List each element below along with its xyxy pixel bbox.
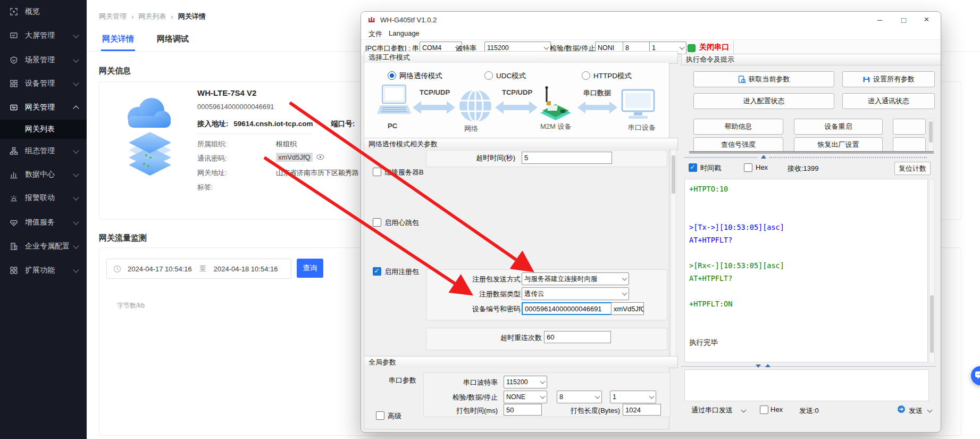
timeout-input[interactable]: 5 bbox=[522, 152, 612, 164]
chevron-down-icon bbox=[73, 147, 79, 153]
close-button[interactable]: × bbox=[915, 12, 939, 28]
breadcrumb-current: 网关详情 bbox=[178, 12, 206, 21]
log-scrollbar[interactable] bbox=[929, 179, 935, 363]
radio-udc-label: UDC模式 bbox=[496, 71, 526, 81]
sidebar-item-gateway-list[interactable]: 网关列表 bbox=[0, 120, 87, 139]
sidebar-item-device[interactable]: 设备管理 bbox=[0, 73, 87, 94]
enter-comm-button[interactable]: 进入通讯状态 bbox=[842, 93, 935, 109]
get-params-button[interactable]: 获取当前参数 bbox=[693, 71, 834, 87]
global-baud-select[interactable]: 115200 bbox=[504, 376, 547, 388]
splitter-dots[interactable] bbox=[769, 157, 927, 158]
network-label: 网络 bbox=[464, 124, 478, 134]
enter-config-button[interactable]: 进入配置状态 bbox=[693, 93, 834, 109]
window-titlebar[interactable]: WH-G405tf V1.0.2 ─ □ × bbox=[361, 12, 941, 28]
sidebar-item-bigscreen[interactable]: 大屏管理 bbox=[0, 25, 87, 46]
link2-label: TCP/UDP bbox=[502, 88, 532, 96]
retry-input[interactable]: 60 bbox=[544, 331, 611, 343]
device-pwd-input[interactable]: xmVd5JfQ bbox=[611, 302, 644, 315]
splitter-line[interactable] bbox=[684, 157, 758, 158]
window-title: WH-G405tf V1.0.2 bbox=[380, 16, 437, 24]
screen: 概览 大屏管理 场景管理 设备管理 网关管理 网关列表 组态管理 bbox=[0, 0, 980, 439]
send-icon bbox=[897, 405, 906, 413]
send-input-area[interactable] bbox=[684, 369, 929, 401]
sidebar-item-datacenter[interactable]: 数据中心 bbox=[0, 164, 87, 185]
radio-httpd-mode[interactable] bbox=[582, 71, 590, 80]
checkbox-send-hex[interactable] bbox=[760, 405, 768, 414]
bottom-splitter-down[interactable] bbox=[756, 365, 761, 368]
cmd-scrollbar[interactable] bbox=[928, 119, 934, 152]
checkbox-server-b[interactable] bbox=[373, 168, 381, 176]
params-scrollbar[interactable] bbox=[671, 150, 676, 357]
tab-network-debug[interactable]: 网络调试 bbox=[157, 34, 189, 44]
menu-language[interactable]: Language bbox=[389, 29, 420, 37]
receive-log[interactable]: +HTPTO:10 >[Tx->][10:53:05][asc]AT+HTPFL… bbox=[684, 179, 928, 362]
device-id-input[interactable]: 00059614000000046691 bbox=[522, 302, 613, 315]
sidebar-item-overview[interactable]: 概览 bbox=[0, 1, 87, 22]
chat-icon bbox=[975, 371, 980, 379]
cmd-header: 执行命令及提示 bbox=[681, 54, 941, 65]
checkbox-register[interactable] bbox=[373, 267, 381, 276]
query-button[interactable]: 查询 bbox=[297, 259, 323, 278]
sidebar-item-topology[interactable]: 组态管理 bbox=[0, 140, 87, 162]
help-button[interactable]: 帮助信息 bbox=[693, 119, 783, 135]
global-databits-select[interactable]: 8 bbox=[557, 391, 602, 403]
chevron-down-icon bbox=[73, 219, 79, 225]
date-range-picker[interactable]: 2024-04-17 10:54:16 至 2024-04-18 10:54:1… bbox=[106, 259, 291, 279]
signal-button[interactable]: 查信号强度 bbox=[693, 137, 783, 152]
checkbox-advanced[interactable] bbox=[376, 411, 384, 420]
clipped-button[interactable] bbox=[893, 119, 926, 135]
chat-fab[interactable] bbox=[971, 366, 980, 385]
register-label: 启用注册包 bbox=[384, 267, 419, 277]
tab-gateway-detail[interactable]: 网关详情 bbox=[102, 34, 134, 44]
global-header: 全局参数 bbox=[364, 356, 678, 368]
chevron-down-icon bbox=[73, 80, 79, 86]
gateway-device-id: 00059614000000046691 bbox=[197, 103, 274, 111]
packtime-input[interactable]: 50 bbox=[504, 404, 542, 416]
packlen-input[interactable]: 1024 bbox=[623, 404, 661, 416]
set-params-button[interactable]: 设置所有参数 bbox=[842, 71, 935, 87]
date-from[interactable]: 2024-04-17 10:54:16 bbox=[128, 265, 192, 273]
reset-count-button[interactable]: 复位计数 bbox=[894, 162, 931, 175]
reg-type-select[interactable]: 透传云 bbox=[522, 287, 629, 300]
checkbox-heartbeat[interactable] bbox=[373, 218, 381, 227]
clock-icon bbox=[113, 265, 121, 273]
maximize-button[interactable]: □ bbox=[892, 12, 916, 28]
port-label: 端口号: bbox=[331, 120, 355, 128]
checkbox-timestamp[interactable] bbox=[689, 163, 697, 172]
splitter-collapse-arrow[interactable] bbox=[761, 155, 766, 159]
clipped-button[interactable] bbox=[893, 137, 926, 152]
gateway-access-row: 接入地址: 59614.cnsh.iot-tcp.com 端口号: 15000 bbox=[197, 119, 380, 129]
close-serial-button[interactable]: 关闭串口 bbox=[699, 43, 729, 52]
reg-mode-select[interactable]: 与服务器建立连接时向服 bbox=[522, 272, 629, 285]
sidebar-item-alarm[interactable]: 报警联动 bbox=[0, 187, 87, 209]
eye-icon[interactable] bbox=[316, 154, 324, 160]
minimize-button[interactable]: ─ bbox=[868, 12, 892, 28]
building-icon bbox=[10, 242, 18, 251]
radio-transparent-mode[interactable] bbox=[388, 71, 396, 80]
chevron-up-icon bbox=[73, 105, 79, 111]
recv-hex-label: Hex bbox=[756, 163, 768, 171]
breadcrumb-gateway-mgmt[interactable]: 网关管理 bbox=[99, 12, 127, 21]
send-button[interactable]: 发送 bbox=[909, 406, 923, 416]
global-parity-select[interactable]: NONE bbox=[504, 391, 547, 403]
global-baud-label: 串口波特率 bbox=[430, 378, 498, 387]
radio-udc-mode[interactable] bbox=[484, 71, 493, 80]
sidebar-item-gateway[interactable]: 网关管理 bbox=[0, 97, 87, 118]
log-line: 执行完毕 bbox=[689, 336, 927, 349]
bottom-splitter-line[interactable] bbox=[681, 366, 936, 367]
factory-reset-button[interactable]: 恢复出厂设置 bbox=[794, 137, 883, 152]
sidebar-item-extend[interactable]: 扩展功能 bbox=[0, 260, 87, 281]
date-to[interactable]: 2024-04-18 10:54:16 bbox=[214, 265, 278, 273]
checkbox-recv-hex[interactable] bbox=[744, 163, 752, 172]
sidebar-item-vas[interactable]: 增值服务 bbox=[0, 212, 87, 233]
send-via-select[interactable]: 通过串口发送 bbox=[691, 405, 733, 415]
bottom-splitter-up[interactable] bbox=[765, 364, 770, 367]
menu-file[interactable]: 文件 bbox=[368, 29, 382, 39]
reboot-button[interactable]: 设备重启 bbox=[794, 119, 883, 135]
breadcrumb-gateway-list[interactable]: 网关列表 bbox=[138, 12, 166, 21]
sidebar-item-scene[interactable]: 场景管理 bbox=[0, 49, 87, 71]
sidebar-item-enterprise[interactable]: 企业专属配置 bbox=[0, 236, 87, 257]
server-b-label: 连接服务器B bbox=[384, 168, 424, 177]
chevron-down-icon bbox=[73, 171, 79, 177]
global-stopbits-select[interactable]: 1 bbox=[610, 391, 656, 403]
